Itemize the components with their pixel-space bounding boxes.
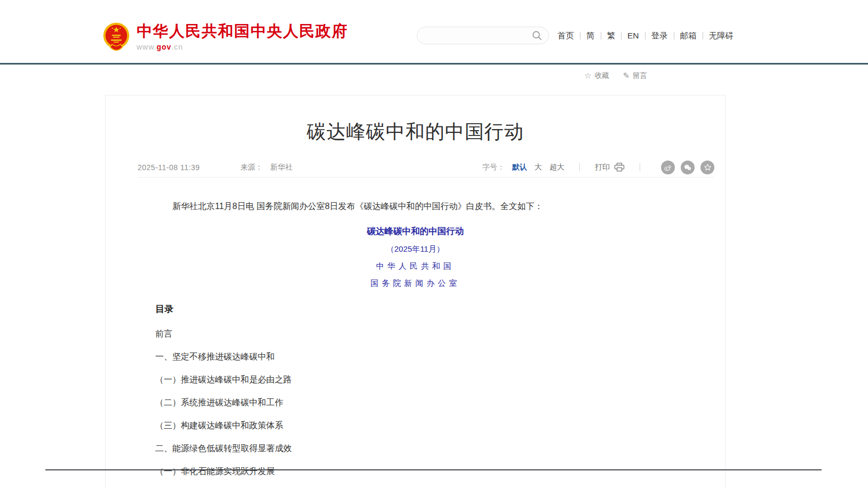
nav-simplified[interactable]: 简 <box>586 30 595 42</box>
url-gov: gov <box>156 43 171 51</box>
nav-separator <box>601 32 601 39</box>
font-size-default[interactable]: 默认 <box>512 163 527 172</box>
national-emblem-icon <box>102 21 130 53</box>
header-divider <box>0 63 868 65</box>
doc-org-line-2: 国务院新闻办公室 <box>155 278 675 289</box>
article-card: 碳达峰碳中和的中国行动 2025-11-08 11:39 来源： 新华社 字号：… <box>105 95 726 488</box>
toc-heading: 目录 <box>155 303 675 315</box>
doc-title: 碳达峰碳中和的中国行动 <box>155 226 675 237</box>
printer-icon <box>614 163 625 172</box>
toc-item-1: 一、坚定不移推进碳达峰碳中和 <box>155 353 675 361</box>
url-www: www. <box>137 43 156 51</box>
article-meta-tools: 字号： 默认 大 超大 打印 <box>482 161 714 174</box>
url-cn: .cn <box>171 43 183 51</box>
message-label: 留言 <box>633 71 647 81</box>
article-body: 新华社北京11月8日电 国务院新闻办公室8日发布《碳达峰碳中和的中国行动》白皮书… <box>155 200 675 476</box>
toolbar-separator <box>579 163 580 171</box>
search-box <box>417 27 549 44</box>
wechat-icon <box>683 163 692 172</box>
nav-separator <box>703 32 703 39</box>
favorite-label: 收藏 <box>594 71 609 81</box>
nav-separator <box>580 32 580 39</box>
toc-item-2: 二、能源绿色低碳转型取得显著成效 <box>155 444 675 453</box>
article-title: 碳达峰碳中和的中国行动 <box>106 119 725 145</box>
nav-separator <box>645 32 646 39</box>
publish-date: 2025-11-08 11:39 <box>138 163 200 172</box>
font-size-label: 字号： <box>482 163 505 172</box>
toc-item-1-2: （二）系统推进碳达峰碳中和工作 <box>155 398 675 407</box>
nav-english[interactable]: EN <box>627 31 639 41</box>
source-label: 来源： <box>240 163 262 172</box>
site-header: 中华人民共和国中央人民政府 www.gov.cn 首页 简 繁 EN 登录 邮箱 <box>0 0 868 63</box>
share-star-icon <box>704 163 712 171</box>
footer-divider <box>45 469 822 470</box>
nav-login[interactable]: 登录 <box>651 30 668 42</box>
search-icon[interactable] <box>532 30 542 41</box>
font-size-xlarge[interactable]: 超大 <box>550 163 564 172</box>
favorite-button[interactable]: ☆ 收藏 <box>584 71 609 81</box>
share-wechat-button[interactable] <box>681 161 695 174</box>
star-outline-icon: ☆ <box>584 71 591 81</box>
nav-separator <box>621 32 622 39</box>
nav-traditional[interactable]: 繁 <box>607 30 616 42</box>
share-weibo-button[interactable] <box>661 161 675 174</box>
font-size-large[interactable]: 大 <box>535 163 542 172</box>
nav-separator <box>674 32 674 39</box>
toc-item-1-3: （三）构建碳达峰碳中和政策体系 <box>155 421 675 430</box>
toc-item-preface: 前言 <box>155 330 675 338</box>
toc-item-2-1: （一）非化石能源实现跃升发展 <box>155 467 675 476</box>
nav-accessibility[interactable]: 无障碍 <box>709 30 734 42</box>
print-button[interactable]: 打印 <box>595 163 625 172</box>
nav-mail[interactable]: 邮箱 <box>680 30 697 42</box>
toolbar-separator <box>640 163 640 171</box>
site-logo[interactable]: 中华人民共和国中央人民政府 www.gov.cn <box>102 21 348 53</box>
site-title: 中华人民共和国中央人民政府 <box>137 22 348 39</box>
doc-date: （2025年11月） <box>155 244 675 254</box>
page: 中华人民共和国中央人民政府 www.gov.cn 首页 简 繁 EN 登录 邮箱 <box>0 0 868 488</box>
toc-item-1-1: （一）推进碳达峰碳中和是必由之路 <box>155 375 675 384</box>
nav-home[interactable]: 首页 <box>558 30 574 42</box>
source-value[interactable]: 新华社 <box>270 163 292 172</box>
top-nav: 首页 简 繁 EN 登录 邮箱 无障碍 <box>558 29 734 42</box>
article-meta-row: 2025-11-08 11:39 来源： 新华社 字号： 默认 大 超大 打印 <box>138 157 714 178</box>
intro-paragraph: 新华社北京11月8日电 国务院新闻办公室8日发布《碳达峰碳中和的中国行动》白皮书… <box>155 200 675 213</box>
weibo-icon <box>664 163 672 172</box>
message-button[interactable]: ✎ 留言 <box>623 71 647 81</box>
share-more-button[interactable] <box>700 161 714 174</box>
article-meta-left: 2025-11-08 11:39 来源： 新华社 <box>138 163 292 172</box>
doc-org-line-1: 中华人民共和国 <box>155 261 675 271</box>
print-label: 打印 <box>595 163 610 172</box>
search-input[interactable] <box>417 31 532 40</box>
site-url-link[interactable]: www.gov.cn <box>137 43 183 51</box>
pencil-icon: ✎ <box>623 71 630 81</box>
page-actions: ☆ 收藏 ✎ 留言 <box>584 70 647 81</box>
